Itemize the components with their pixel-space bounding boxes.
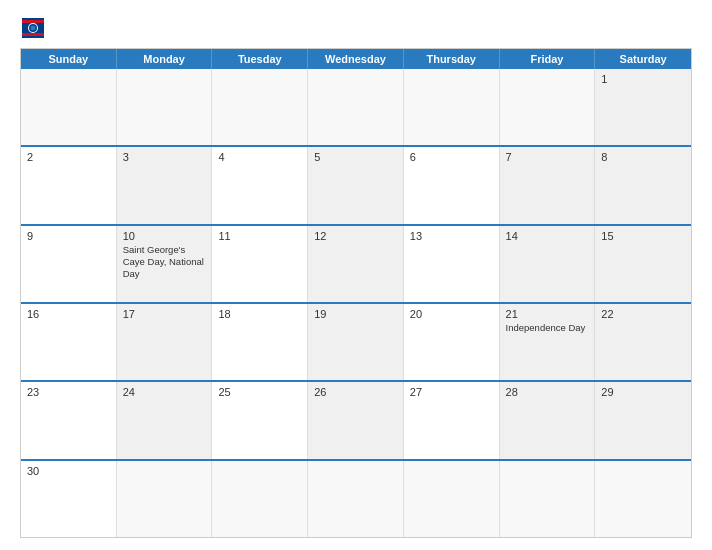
calendar-cell: 23 [21, 382, 117, 458]
calendar-cell [500, 69, 596, 145]
calendar-cell [595, 461, 691, 537]
day-number: 28 [506, 386, 589, 398]
day-number: 14 [506, 230, 589, 242]
calendar-cell: 13 [404, 226, 500, 302]
calendar-cell: 29 [595, 382, 691, 458]
logo-flag-icon [22, 18, 44, 38]
calendar-cell: 25 [212, 382, 308, 458]
day-number: 10 [123, 230, 206, 242]
calendar-cell: 12 [308, 226, 404, 302]
calendar-cell [308, 461, 404, 537]
day-number: 17 [123, 308, 206, 320]
page: SundayMondayTuesdayWednesdayThursdayFrid… [0, 0, 712, 550]
weekday-header: Monday [117, 49, 213, 69]
day-number: 13 [410, 230, 493, 242]
calendar-cell: 27 [404, 382, 500, 458]
weekday-header: Wednesday [308, 49, 404, 69]
calendar-cell [404, 461, 500, 537]
day-number: 4 [218, 151, 301, 163]
weekday-header: Friday [500, 49, 596, 69]
calendar-row: 1 [21, 69, 691, 145]
day-number: 30 [27, 465, 110, 477]
calendar-cell: 26 [308, 382, 404, 458]
calendar-cell [212, 69, 308, 145]
day-number: 21 [506, 308, 589, 320]
svg-point-5 [31, 26, 36, 31]
calendar-cell [500, 461, 596, 537]
calendar-cell: 22 [595, 304, 691, 380]
calendar-cell: 15 [595, 226, 691, 302]
calendar-cell: 7 [500, 147, 596, 223]
calendar-header: SundayMondayTuesdayWednesdayThursdayFrid… [21, 49, 691, 69]
calendar-row: 161718192021Independence Day22 [21, 302, 691, 380]
calendar-row: 30 [21, 459, 691, 537]
calendar-cell: 5 [308, 147, 404, 223]
calendar-cell [212, 461, 308, 537]
calendar-cell: 19 [308, 304, 404, 380]
day-number: 1 [601, 73, 685, 85]
day-number: 9 [27, 230, 110, 242]
calendar-row: 910Saint George's Caye Day, National Day… [21, 224, 691, 302]
calendar: SundayMondayTuesdayWednesdayThursdayFrid… [20, 48, 692, 538]
day-number: 25 [218, 386, 301, 398]
event-label: Saint George's Caye Day, National Day [123, 244, 206, 281]
day-number: 29 [601, 386, 685, 398]
calendar-cell: 14 [500, 226, 596, 302]
event-label: Independence Day [506, 322, 589, 334]
weekday-header: Tuesday [212, 49, 308, 69]
day-number: 7 [506, 151, 589, 163]
logo [20, 18, 44, 38]
day-number: 19 [314, 308, 397, 320]
day-number: 27 [410, 386, 493, 398]
calendar-cell: 18 [212, 304, 308, 380]
svg-rect-1 [22, 20, 44, 23]
header [20, 18, 692, 38]
day-number: 5 [314, 151, 397, 163]
day-number: 6 [410, 151, 493, 163]
calendar-cell: 4 [212, 147, 308, 223]
day-number: 16 [27, 308, 110, 320]
calendar-cell: 21Independence Day [500, 304, 596, 380]
calendar-cell: 20 [404, 304, 500, 380]
calendar-cell [404, 69, 500, 145]
weekday-header: Sunday [21, 49, 117, 69]
day-number: 26 [314, 386, 397, 398]
calendar-cell [117, 461, 213, 537]
day-number: 20 [410, 308, 493, 320]
calendar-cell: 3 [117, 147, 213, 223]
calendar-cell: 28 [500, 382, 596, 458]
calendar-cell [308, 69, 404, 145]
day-number: 23 [27, 386, 110, 398]
day-number: 18 [218, 308, 301, 320]
day-number: 2 [27, 151, 110, 163]
calendar-cell [21, 69, 117, 145]
calendar-body: 12345678910Saint George's Caye Day, Nati… [21, 69, 691, 537]
calendar-cell: 1 [595, 69, 691, 145]
day-number: 24 [123, 386, 206, 398]
svg-rect-2 [22, 33, 44, 36]
calendar-cell: 17 [117, 304, 213, 380]
day-number: 8 [601, 151, 685, 163]
calendar-cell [117, 69, 213, 145]
calendar-cell: 6 [404, 147, 500, 223]
calendar-cell: 10Saint George's Caye Day, National Day [117, 226, 213, 302]
day-number: 12 [314, 230, 397, 242]
calendar-cell: 8 [595, 147, 691, 223]
day-number: 11 [218, 230, 301, 242]
day-number: 15 [601, 230, 685, 242]
calendar-row: 23242526272829 [21, 380, 691, 458]
calendar-cell: 16 [21, 304, 117, 380]
calendar-cell: 2 [21, 147, 117, 223]
calendar-cell: 11 [212, 226, 308, 302]
calendar-row: 2345678 [21, 145, 691, 223]
day-number: 22 [601, 308, 685, 320]
day-number: 3 [123, 151, 206, 163]
weekday-header: Thursday [404, 49, 500, 69]
calendar-cell: 9 [21, 226, 117, 302]
calendar-cell: 30 [21, 461, 117, 537]
calendar-cell: 24 [117, 382, 213, 458]
weekday-header: Saturday [595, 49, 691, 69]
